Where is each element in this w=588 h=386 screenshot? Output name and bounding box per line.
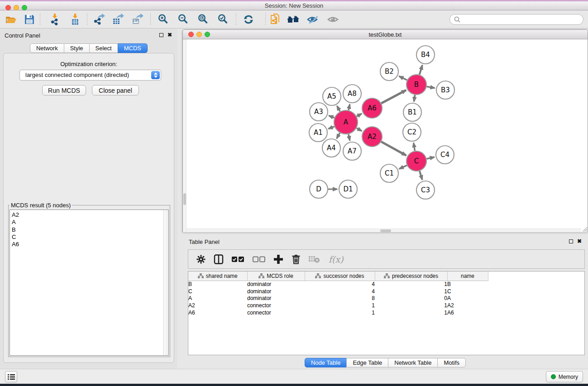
graph-edge-A-A1[interactable] <box>328 127 334 129</box>
export-image-button[interactable] <box>130 13 145 26</box>
table-cell[interactable]: A <box>447 295 488 302</box>
table-row[interactable]: Adominator80A <box>188 295 488 302</box>
search-field[interactable] <box>449 14 583 25</box>
zoom-fit-button[interactable] <box>196 13 211 26</box>
tab-network-table[interactable]: Network Table <box>388 358 438 367</box>
column-header-MCDS-role[interactable]: MCDS role <box>247 272 305 281</box>
zoom-window-button[interactable] <box>22 5 27 10</box>
task-history-button[interactable] <box>5 371 17 382</box>
graph-edge-A-A2[interactable] <box>357 128 362 131</box>
graph-edge-A6-B[interactable] <box>381 90 406 103</box>
table-cell[interactable]: A6 <box>447 309 488 316</box>
table-cell[interactable]: 4 <box>305 288 375 295</box>
graph-edge-A-A8[interactable] <box>349 104 350 110</box>
tab-style[interactable]: Style <box>64 43 90 53</box>
function-builder-button[interactable]: f(x) <box>329 254 344 264</box>
table-cell[interactable]: dominator <box>247 295 305 302</box>
table-cell[interactable]: 1 <box>305 309 375 316</box>
scrollbar-thumb[interactable] <box>380 229 391 232</box>
mcds-result-item[interactable]: B <box>10 226 168 234</box>
import-table-button[interactable] <box>67 13 83 26</box>
toggle-column-view-button[interactable] <box>214 254 224 264</box>
graph-edge-A-A4[interactable] <box>337 133 340 139</box>
refresh-view-button[interactable] <box>241 13 256 26</box>
memory-button[interactable]: Memory <box>546 371 583 382</box>
deselect-all-columns-button[interactable] <box>253 256 265 262</box>
hide-show-graphics-button[interactable] <box>305 13 320 26</box>
export-network-button[interactable] <box>91 13 107 26</box>
criterion-dropdown[interactable]: largest connected component (directed) <box>19 70 161 81</box>
graph-edge-A-A7[interactable] <box>349 134 350 140</box>
column-header-predecessor-nodes[interactable]: predecessor nodes <box>375 272 447 281</box>
table-cell[interactable]: 1 <box>375 288 447 295</box>
graph-edge-C-C4[interactable] <box>426 157 434 159</box>
import-network-button[interactable] <box>47 13 62 26</box>
graph-edge-A-A3[interactable] <box>329 116 334 118</box>
table-row[interactable]: Cdominator41C <box>188 288 488 295</box>
delete-table-button[interactable] <box>309 255 320 263</box>
table-cell[interactable]: A2 <box>447 302 488 309</box>
table-cell[interactable]: A2 <box>188 302 247 309</box>
close-network-window-button[interactable] <box>188 32 194 37</box>
zoom-network-window-button[interactable] <box>205 32 210 37</box>
close-panel-icon[interactable]: ✖ <box>577 238 582 244</box>
graph-edge-C-C2[interactable] <box>414 143 415 151</box>
table-row[interactable]: Bdominator41B <box>188 281 488 288</box>
window-resize-handle[interactable] <box>581 226 588 232</box>
table-cell[interactable]: connector <box>247 302 305 309</box>
table-cell[interactable]: dominator <box>247 288 305 295</box>
table-cell[interactable]: 1 <box>375 281 447 288</box>
graph-edge-B-B1[interactable] <box>414 95 415 102</box>
table-cell[interactable]: 1 <box>375 309 447 316</box>
table-cell[interactable]: A6 <box>188 309 247 316</box>
mcds-result-item[interactable]: A6 <box>10 241 168 248</box>
table-cell[interactable]: C <box>188 288 247 295</box>
column-header-successor-nodes[interactable]: successor nodes <box>305 272 375 281</box>
tab-mcds[interactable]: MCDS <box>118 43 148 53</box>
close-panel-icon[interactable]: ✖ <box>167 32 172 38</box>
table-cell[interactable]: B <box>188 281 247 288</box>
canvas-vertical-scrollbar[interactable] <box>183 39 186 232</box>
column-header-shared-name[interactable]: shared name <box>188 272 247 281</box>
table-cell[interactable]: 0 <box>375 295 447 302</box>
home-networks-button[interactable] <box>286 13 301 26</box>
table-cell[interactable]: 4 <box>305 281 375 288</box>
new-network-from-selection-button[interactable] <box>268 13 283 26</box>
table-cell[interactable]: 8 <box>305 295 375 302</box>
mcds-result-item[interactable]: A2 <box>10 210 168 219</box>
zoom-out-button[interactable] <box>176 13 191 26</box>
mcds-result-item[interactable]: A <box>10 219 168 226</box>
graph-edge-B-B3[interactable] <box>427 86 435 88</box>
network-window-titlebar[interactable]: testGlobe.txt <box>183 30 588 39</box>
scrollbar-thumb[interactable] <box>183 193 186 205</box>
graph-edge-A-A6[interactable] <box>357 114 362 116</box>
tab-motifs[interactable]: Motifs <box>437 358 466 367</box>
float-panel-icon[interactable] <box>159 33 163 37</box>
save-session-button[interactable] <box>22 13 37 26</box>
minimize-window-button[interactable] <box>14 5 19 10</box>
mcds-result-list[interactable]: A2ABCA6 <box>10 210 169 356</box>
delete-column-button[interactable] <box>292 254 301 264</box>
column-header-name[interactable]: name <box>447 272 488 281</box>
table-settings-button[interactable] <box>196 255 206 264</box>
create-new-column-button[interactable] <box>273 254 283 264</box>
tab-node-table[interactable]: Node Table <box>305 358 347 367</box>
table-cell[interactable]: A <box>188 295 247 302</box>
graph-edge-B-B2[interactable] <box>399 76 407 80</box>
mcds-result-item[interactable]: C <box>10 234 168 241</box>
graph-edge-A-A5[interactable] <box>337 106 340 111</box>
table-cell[interactable]: dominator <box>247 281 305 288</box>
graph-edge-C-C3[interactable] <box>420 171 422 180</box>
list-scrollbar[interactable] <box>163 210 168 355</box>
close-window-button[interactable] <box>5 5 11 10</box>
tab-edge-table[interactable]: Edge Table <box>346 358 388 367</box>
show-graphics-details-button[interactable] <box>325 13 341 26</box>
zoom-selected-button[interactable] <box>215 13 231 26</box>
tab-network[interactable]: Network <box>30 43 64 53</box>
close-panel-button[interactable]: Close panel <box>92 85 139 95</box>
table-cell[interactable]: 1 <box>305 302 375 309</box>
table-row[interactable]: A6connector11A6 <box>188 309 488 316</box>
search-input[interactable] <box>461 16 574 23</box>
graph-edge-B-B4[interactable] <box>420 65 422 75</box>
select-all-columns-button[interactable] <box>232 256 244 262</box>
